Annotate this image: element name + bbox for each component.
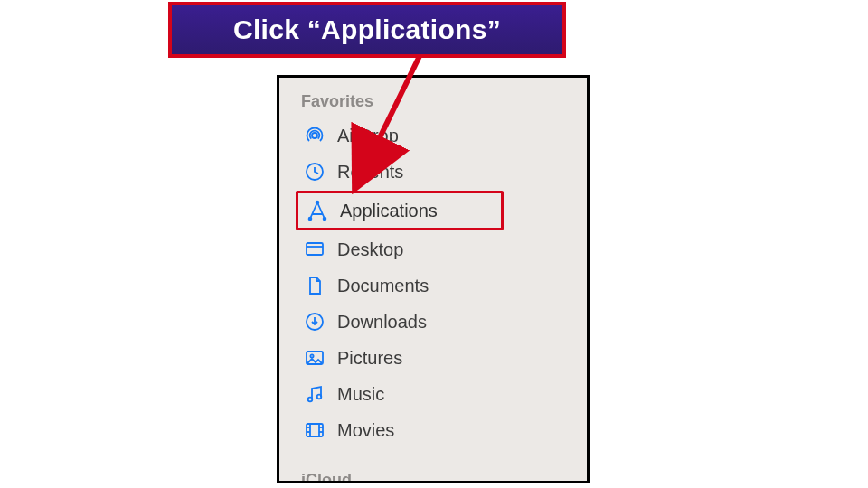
section-header-favorites: Favorites [301,92,536,111]
sidebar-item-label: Pictures [337,348,402,369]
applications-icon [306,199,329,222]
svg-point-6 [324,218,326,221]
airdrop-icon [303,124,326,147]
sidebar-item-label: Music [337,384,384,405]
svg-point-11 [310,354,313,357]
pictures-icon [303,346,326,370]
svg-point-4 [316,202,319,204]
sidebar-item-movies[interactable]: Movies [296,413,504,447]
sidebar-item-label: Documents [337,276,429,296]
svg-point-5 [309,218,312,221]
sidebar-item-documents[interactable]: Documents [296,268,504,303]
music-icon [303,382,326,406]
sidebar-item-label: Desktop [337,239,403,260]
sidebar-item-downloads[interactable]: Downloads [296,305,504,339]
recents-icon [303,160,326,183]
svg-rect-14 [307,424,323,436]
sidebar-item-label: Movies [337,420,394,441]
instruction-text: Click “Applications” [233,14,501,45]
sidebar-item-recents[interactable]: Recents [296,155,504,189]
svg-point-2 [312,133,317,138]
sidebar-item-label: Recents [337,162,403,183]
svg-point-12 [308,398,313,402]
sidebar-item-applications[interactable]: Applications [296,191,504,230]
sidebar-item-airdrop[interactable]: AirDrop [296,118,504,153]
section-header-icloud: iCloud [301,471,536,483]
finder-sidebar-screenshot: Favorites AirDrop Recents [277,75,590,483]
finder-sidebar: Favorites AirDrop Recents [279,78,542,481]
svg-point-13 [317,395,322,399]
movies-icon [303,418,326,442]
finder-content-pane: Se [279,481,330,483]
sidebar-item-label: Applications [340,201,438,221]
sidebar-item-desktop[interactable]: Desktop [296,232,504,267]
desktop-icon [303,238,326,261]
sidebar-item-music[interactable]: Music [296,377,504,411]
sidebar-item-pictures[interactable]: Pictures [296,341,504,375]
downloads-icon [303,310,326,333]
sidebar-item-label: Downloads [337,312,427,333]
documents-icon [303,274,326,297]
sidebar-item-label: AirDrop [337,126,399,146]
svg-rect-7 [307,243,323,255]
instruction-callout: Click “Applications” [168,2,566,58]
